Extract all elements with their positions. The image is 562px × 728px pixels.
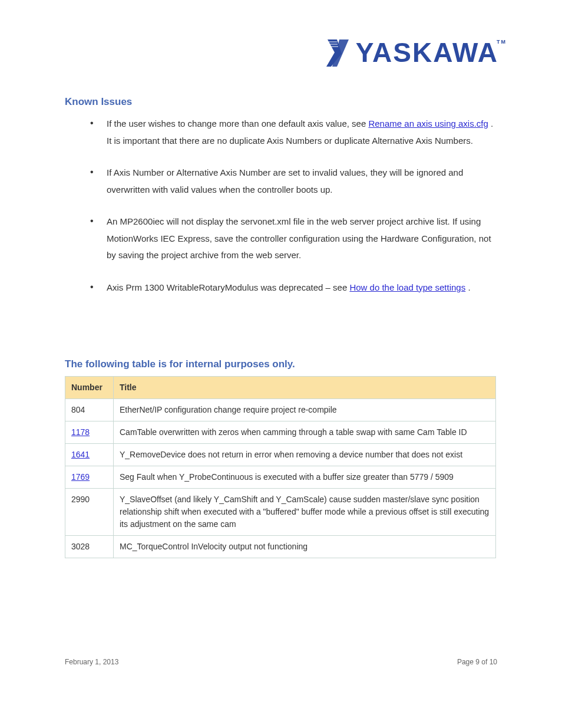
- table-row: 1178 CamTable overwritten with zeros whe…: [65, 421, 496, 444]
- list-text: If Axis Number or Alternative Axis Numbe…: [107, 167, 463, 195]
- list-text: An MP2600iec will not display the servon…: [107, 216, 491, 260]
- table-row: 1769 Seg Fault when Y_ProbeContinuous is…: [65, 466, 496, 489]
- table-row: 2990 Y_SlaveOffset (and likely Y_CamShif…: [65, 489, 496, 536]
- list-item: Axis Prm 1300 WritableRotaryModulus was …: [85, 279, 498, 297]
- list-text-post: .: [468, 282, 470, 292]
- issue-number: 1641: [65, 444, 114, 466]
- issue-number: 3028: [65, 536, 114, 558]
- list-text-pre: Axis Prm 1300 WritableRotaryModulus was …: [107, 282, 349, 292]
- issue-title: Seg Fault when Y_ProbeContinuous is exec…: [114, 466, 496, 489]
- issue-title: MC_TorqueControl InVelocity output not f…: [114, 536, 496, 558]
- list-item: If the user wishes to change more than o…: [85, 116, 498, 149]
- footer-page: Page 9 of 10: [457, 658, 497, 666]
- issue-number-link[interactable]: 1641: [71, 450, 90, 459]
- axis-cfg-link[interactable]: Rename an axis using axis.cfg: [368, 118, 488, 129]
- issue-title: EtherNet/IP configuration change require…: [114, 399, 496, 421]
- list-text-pre: If the user wishes to change more than o…: [107, 118, 368, 129]
- col-header-number: Number: [65, 377, 114, 399]
- issue-title: CamTable overwritten with zeros when cam…: [114, 421, 496, 444]
- table-row: 1641 Y_RemoveDevice does not return in e…: [65, 444, 496, 466]
- logo-mark-icon: [325, 38, 352, 67]
- issue-number: 804: [65, 399, 114, 421]
- table-row: 804 EtherNet/IP configuration change req…: [65, 399, 496, 421]
- known-issues-list: If the user wishes to change more than o…: [85, 116, 498, 311]
- issue-number-link[interactable]: 1769: [71, 472, 90, 482]
- list-item: An MP2600iec will not display the servon…: [85, 213, 498, 264]
- col-header-title: Title: [114, 377, 496, 399]
- issue-number: 1178: [65, 421, 114, 444]
- logo-wordmark: YASKAWA: [356, 37, 498, 68]
- logo-text: YASKAWA TM: [356, 37, 498, 68]
- footer-date: February 1, 2013: [65, 658, 118, 666]
- logo-trademark: TM: [497, 39, 507, 45]
- known-issues-heading: Known Issues: [65, 96, 132, 108]
- issue-number: 2990: [65, 489, 114, 536]
- table-row: 3028 MC_TorqueControl InVelocity output …: [65, 536, 496, 558]
- brand-logo: YASKAWA TM: [325, 37, 498, 68]
- table-header-row: Number Title: [65, 377, 496, 399]
- issue-number-link[interactable]: 1178: [71, 427, 90, 437]
- load-type-link[interactable]: How do the load type settings: [349, 282, 465, 292]
- internal-table-heading: The following table is for internal purp…: [65, 358, 295, 370]
- list-item: If Axis Number or Alternative Axis Numbe…: [85, 164, 498, 198]
- issues-table: Number Title 804 EtherNet/IP configurati…: [65, 376, 496, 558]
- issue-title: Y_RemoveDevice does not return in error …: [114, 444, 496, 466]
- issue-number: 1769: [65, 466, 114, 489]
- issue-title: Y_SlaveOffset (and likely Y_CamShift and…: [114, 489, 496, 536]
